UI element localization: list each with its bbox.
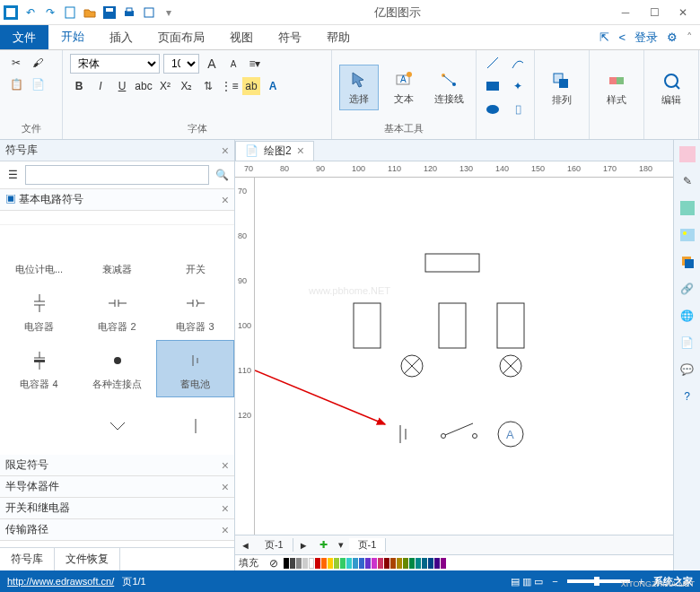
font-family-select[interactable]: 宋体 — [70, 54, 160, 74]
color-swatch[interactable] — [422, 558, 427, 569]
tab-insert[interactable]: 插入 — [97, 25, 145, 49]
panel-close-icon[interactable]: × — [222, 144, 229, 158]
style-button[interactable]: 样式 — [597, 66, 636, 110]
format-painter-icon[interactable]: 🖌 — [29, 54, 47, 72]
color-swatch[interactable] — [302, 558, 308, 569]
category-switch-relay[interactable]: 开关和继电器× — [0, 498, 234, 519]
tab-start[interactable]: 开始 — [48, 25, 97, 49]
color-swatch[interactable] — [378, 558, 383, 569]
collapse-ribbon-icon[interactable]: ˄ — [687, 30, 693, 44]
category-semiconductor[interactable]: 半导体器件× — [0, 476, 234, 498]
superscript-icon[interactable]: X² — [156, 77, 174, 95]
strike-icon[interactable]: abc — [135, 77, 153, 95]
page-prev-icon[interactable]: ◄ — [235, 540, 256, 551]
arrange-button[interactable]: 排列 — [542, 66, 582, 110]
page-nav-label[interactable]: 页-1 — [256, 538, 293, 552]
color-swatch[interactable] — [309, 558, 314, 569]
color-swatch[interactable] — [346, 558, 352, 569]
category-basic-circuit[interactable]: ▣ 基本电路符号 × — [0, 189, 234, 211]
settings-icon[interactable]: ⚙ — [667, 30, 678, 44]
paste-icon[interactable]: 📄 — [29, 75, 47, 93]
export-icon[interactable] — [142, 5, 156, 20]
category-close-icon[interactable]: × — [222, 501, 229, 516]
link-icon[interactable]: 🔗 — [678, 280, 696, 298]
save-icon[interactable] — [102, 5, 117, 20]
page-next-icon[interactable]: ► — [293, 540, 314, 551]
symbol-extra-1[interactable] — [0, 397, 78, 455]
font-color-icon[interactable]: A — [264, 77, 282, 95]
image-icon[interactable] — [678, 226, 696, 244]
line-icon[interactable] — [484, 54, 502, 72]
color-swatch[interactable] — [416, 558, 421, 569]
zoom-slider[interactable] — [567, 579, 630, 583]
new-icon[interactable] — [63, 5, 77, 20]
color-swatch[interactable] — [290, 558, 295, 569]
minimize-icon[interactable]: ─ — [619, 6, 632, 19]
panel-tab-recover[interactable]: 文件恢复 — [55, 548, 120, 570]
color-swatch[interactable] — [334, 558, 339, 569]
tab-page-layout[interactable]: 页面布局 — [145, 25, 217, 49]
color-swatch[interactable] — [397, 558, 402, 569]
search-icon[interactable]: 🔍 — [213, 166, 231, 184]
edit-button[interactable]: 编辑 — [652, 66, 691, 110]
share-out-icon[interactable]: ⇱ — [599, 30, 609, 44]
maximize-icon[interactable]: ☐ — [648, 6, 661, 19]
drawing-canvas[interactable]: www.pbhome.NET — [255, 178, 673, 535]
no-fill-icon[interactable]: ⊘ — [265, 554, 283, 572]
line-spacing-icon[interactable]: ⇅ — [199, 77, 217, 95]
panel-tab-library[interactable]: 符号库 — [0, 548, 55, 570]
pencil-icon[interactable]: ✎ — [678, 172, 696, 190]
symbol-capacitor-2[interactable]: 电容器 2 — [78, 283, 156, 340]
category-close-icon[interactable]: × — [222, 523, 229, 537]
symbol-attenuator[interactable]: 衰减器 — [78, 225, 156, 283]
theme-icon[interactable] — [678, 145, 696, 163]
font-size-select[interactable]: 10 — [163, 54, 199, 74]
zoom-in-icon[interactable]: + — [639, 576, 644, 587]
select-tool[interactable]: 选择 — [339, 65, 379, 110]
close-icon[interactable]: ✕ — [677, 6, 689, 19]
crop-icon[interactable]: ⌷ — [509, 100, 527, 118]
help-icon[interactable]: ? — [678, 387, 696, 405]
italic-icon[interactable]: I — [92, 77, 109, 95]
redo-icon[interactable]: ↷ — [43, 5, 57, 20]
color-swatch[interactable] — [296, 558, 302, 569]
increase-font-icon[interactable]: A — [203, 55, 221, 73]
page-tab[interactable]: 页-1 — [349, 538, 387, 552]
highlight-icon[interactable]: ab — [242, 77, 260, 95]
tab-file[interactable]: 文件 — [0, 25, 48, 49]
copy-icon[interactable]: 📋 — [7, 75, 25, 93]
color-swatch[interactable] — [321, 558, 327, 569]
color-swatch[interactable] — [359, 558, 364, 569]
note-icon[interactable]: 📄 — [678, 334, 696, 352]
star-icon[interactable]: ✦ — [509, 77, 527, 95]
underline-icon[interactable]: U — [113, 77, 131, 95]
color-swatch[interactable] — [328, 558, 333, 569]
category-close-icon[interactable]: × — [222, 193, 229, 207]
color-swatch[interactable] — [315, 558, 320, 569]
category-close-icon[interactable]: × — [222, 480, 229, 494]
tab-view[interactable]: 视图 — [217, 25, 266, 49]
library-menu-icon[interactable]: ☰ — [4, 166, 22, 184]
color-swatch[interactable] — [403, 558, 408, 569]
globe-icon[interactable]: 🌐 — [678, 307, 696, 325]
category-transmission[interactable]: 传输路径× — [0, 519, 234, 541]
color-swatch[interactable] — [372, 558, 377, 569]
cut-icon[interactable]: ✂ — [7, 54, 25, 72]
open-icon[interactable] — [83, 5, 97, 20]
add-page-icon[interactable]: ✚ — [314, 539, 333, 551]
doc-close-icon[interactable]: × — [297, 144, 304, 158]
search-input[interactable] — [25, 165, 209, 185]
symbol-capacitor-3[interactable]: 电容器 3 — [156, 283, 234, 340]
bold-icon[interactable]: B — [70, 77, 88, 95]
symbol-potentiometer[interactable]: 电位计电... — [0, 225, 78, 283]
symbol-junction[interactable]: 各种连接点 — [78, 340, 156, 397]
case-icon[interactable]: ≡▾ — [246, 55, 264, 73]
ellipse-icon[interactable] — [484, 100, 502, 118]
color-swatch[interactable] — [434, 558, 440, 569]
bullets-icon[interactable]: ⋮≡ — [221, 77, 239, 95]
symbol-battery[interactable]: 蓄电池 — [156, 340, 234, 397]
view-mode-icons[interactable]: ▤ ▥ ▭ — [511, 576, 543, 588]
qat-more-icon[interactable]: ▾ — [162, 5, 176, 20]
symbol-capacitor-4[interactable]: 电容器 4 — [0, 340, 78, 397]
subscript-icon[interactable]: X₂ — [178, 77, 196, 95]
